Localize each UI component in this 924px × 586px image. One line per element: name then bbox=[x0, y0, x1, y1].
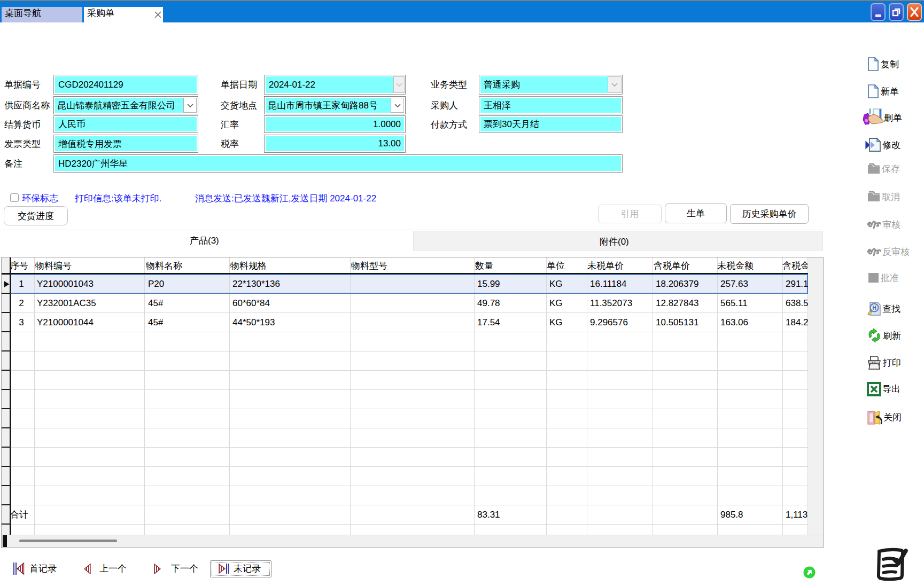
svg-text:H: H bbox=[872, 305, 876, 311]
